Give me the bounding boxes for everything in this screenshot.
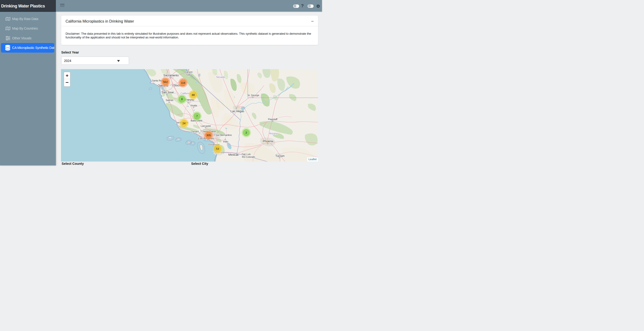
- svg-text:Lancaster: Lancaster: [201, 124, 211, 127]
- svg-text:Sacramento: Sacramento: [163, 74, 178, 77]
- svg-text:2: 2: [246, 131, 247, 134]
- svg-text:Visalia: Visalia: [190, 104, 197, 107]
- svg-text:St. George: St. George: [247, 94, 259, 96]
- svg-text:8: 8: [181, 98, 182, 100]
- svg-text:24: 24: [182, 122, 185, 125]
- svg-text:City: City: [186, 73, 191, 76]
- svg-text:Phoenix: Phoenix: [263, 140, 273, 143]
- svg-text:San Luis: San Luis: [242, 153, 251, 156]
- svg-text:Oxnard: Oxnard: [191, 130, 199, 133]
- svg-text:Las Vegas: Las Vegas: [230, 110, 244, 113]
- svg-text:Flagstaff: Flagstaff: [268, 118, 278, 120]
- svg-text:Mexicali: Mexicali: [228, 153, 238, 156]
- svg-text:Indio: Indio: [223, 140, 228, 143]
- svg-text:53: 53: [216, 147, 219, 150]
- svg-text:562: 562: [163, 80, 168, 83]
- svg-text:Nevada: Nevada: [216, 76, 225, 78]
- svg-text:88: 88: [192, 94, 195, 96]
- svg-text:305: 305: [206, 134, 211, 137]
- svg-text:118: 118: [181, 82, 185, 84]
- svg-text:San Jose: San Jose: [161, 90, 174, 94]
- svg-text:Arizona: Arizona: [269, 132, 278, 135]
- svg-text:Tucson: Tucson: [275, 154, 284, 158]
- svg-text:Carson: Carson: [184, 70, 192, 73]
- svg-text:Salinas: Salinas: [166, 99, 173, 102]
- svg-text:7: 7: [196, 115, 198, 118]
- svg-text:Río Colorado: Río Colorado: [242, 156, 255, 158]
- svg-text:San Bernardino: San Bernardino: [215, 134, 232, 136]
